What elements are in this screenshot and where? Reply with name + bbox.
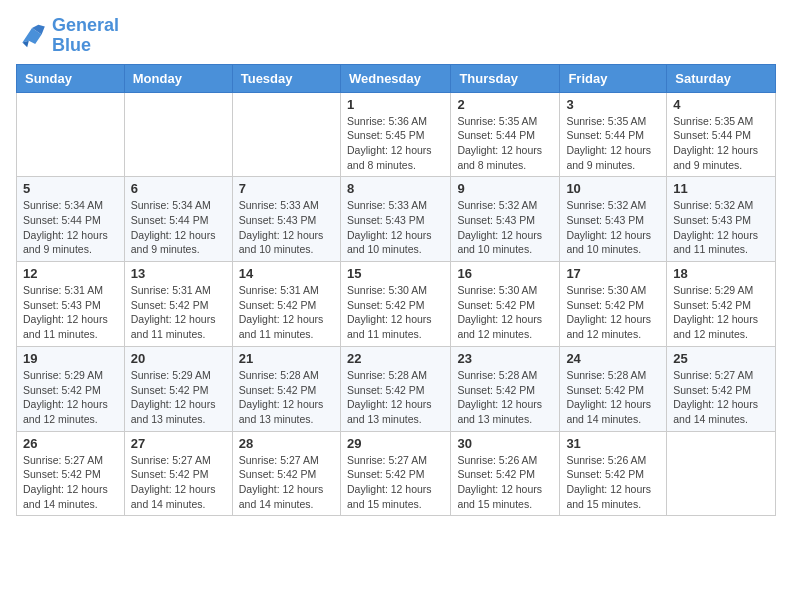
day-info: Sunrise: 5:33 AM Sunset: 5:43 PM Dayligh…	[239, 198, 334, 257]
day-info: Sunrise: 5:28 AM Sunset: 5:42 PM Dayligh…	[457, 368, 553, 427]
day-number: 12	[23, 266, 118, 281]
day-info: Sunrise: 5:35 AM Sunset: 5:44 PM Dayligh…	[673, 114, 769, 173]
calendar-cell	[124, 92, 232, 177]
day-number: 20	[131, 351, 226, 366]
calendar-header-wednesday: Wednesday	[340, 64, 450, 92]
logo-text-line2: Blue	[52, 36, 119, 56]
day-info: Sunrise: 5:27 AM Sunset: 5:42 PM Dayligh…	[239, 453, 334, 512]
calendar-cell: 26Sunrise: 5:27 AM Sunset: 5:42 PM Dayli…	[17, 431, 125, 516]
calendar-header-sunday: Sunday	[17, 64, 125, 92]
calendar-cell: 19Sunrise: 5:29 AM Sunset: 5:42 PM Dayli…	[17, 346, 125, 431]
day-info: Sunrise: 5:36 AM Sunset: 5:45 PM Dayligh…	[347, 114, 444, 173]
calendar-cell: 27Sunrise: 5:27 AM Sunset: 5:42 PM Dayli…	[124, 431, 232, 516]
logo-text-line1: General	[52, 16, 119, 36]
day-number: 10	[566, 181, 660, 196]
day-number: 13	[131, 266, 226, 281]
day-number: 25	[673, 351, 769, 366]
calendar-week-row: 19Sunrise: 5:29 AM Sunset: 5:42 PM Dayli…	[17, 346, 776, 431]
calendar-cell: 9Sunrise: 5:32 AM Sunset: 5:43 PM Daylig…	[451, 177, 560, 262]
calendar-cell: 20Sunrise: 5:29 AM Sunset: 5:42 PM Dayli…	[124, 346, 232, 431]
calendar-cell: 18Sunrise: 5:29 AM Sunset: 5:42 PM Dayli…	[667, 262, 776, 347]
calendar-week-row: 12Sunrise: 5:31 AM Sunset: 5:43 PM Dayli…	[17, 262, 776, 347]
day-info: Sunrise: 5:29 AM Sunset: 5:42 PM Dayligh…	[131, 368, 226, 427]
calendar-week-row: 5Sunrise: 5:34 AM Sunset: 5:44 PM Daylig…	[17, 177, 776, 262]
day-info: Sunrise: 5:31 AM Sunset: 5:42 PM Dayligh…	[239, 283, 334, 342]
day-info: Sunrise: 5:27 AM Sunset: 5:42 PM Dayligh…	[347, 453, 444, 512]
day-number: 27	[131, 436, 226, 451]
calendar-week-row: 26Sunrise: 5:27 AM Sunset: 5:42 PM Dayli…	[17, 431, 776, 516]
day-info: Sunrise: 5:35 AM Sunset: 5:44 PM Dayligh…	[457, 114, 553, 173]
day-number: 21	[239, 351, 334, 366]
day-info: Sunrise: 5:27 AM Sunset: 5:42 PM Dayligh…	[23, 453, 118, 512]
page-header: General Blue	[16, 16, 776, 56]
day-number: 31	[566, 436, 660, 451]
calendar-cell	[667, 431, 776, 516]
calendar-week-row: 1Sunrise: 5:36 AM Sunset: 5:45 PM Daylig…	[17, 92, 776, 177]
day-info: Sunrise: 5:26 AM Sunset: 5:42 PM Dayligh…	[566, 453, 660, 512]
calendar-cell: 21Sunrise: 5:28 AM Sunset: 5:42 PM Dayli…	[232, 346, 340, 431]
calendar-cell: 17Sunrise: 5:30 AM Sunset: 5:42 PM Dayli…	[560, 262, 667, 347]
day-number: 24	[566, 351, 660, 366]
calendar-cell: 5Sunrise: 5:34 AM Sunset: 5:44 PM Daylig…	[17, 177, 125, 262]
day-number: 14	[239, 266, 334, 281]
day-number: 8	[347, 181, 444, 196]
calendar-cell: 28Sunrise: 5:27 AM Sunset: 5:42 PM Dayli…	[232, 431, 340, 516]
day-info: Sunrise: 5:32 AM Sunset: 5:43 PM Dayligh…	[566, 198, 660, 257]
calendar-header-row: SundayMondayTuesdayWednesdayThursdayFrid…	[17, 64, 776, 92]
day-info: Sunrise: 5:29 AM Sunset: 5:42 PM Dayligh…	[673, 283, 769, 342]
day-info: Sunrise: 5:34 AM Sunset: 5:44 PM Dayligh…	[23, 198, 118, 257]
calendar-cell: 4Sunrise: 5:35 AM Sunset: 5:44 PM Daylig…	[667, 92, 776, 177]
calendar-header-thursday: Thursday	[451, 64, 560, 92]
calendar-cell: 31Sunrise: 5:26 AM Sunset: 5:42 PM Dayli…	[560, 431, 667, 516]
day-info: Sunrise: 5:27 AM Sunset: 5:42 PM Dayligh…	[673, 368, 769, 427]
day-number: 11	[673, 181, 769, 196]
day-number: 2	[457, 97, 553, 112]
day-info: Sunrise: 5:33 AM Sunset: 5:43 PM Dayligh…	[347, 198, 444, 257]
calendar-table: SundayMondayTuesdayWednesdayThursdayFrid…	[16, 64, 776, 517]
calendar-cell: 24Sunrise: 5:28 AM Sunset: 5:42 PM Dayli…	[560, 346, 667, 431]
calendar-header-monday: Monday	[124, 64, 232, 92]
day-info: Sunrise: 5:30 AM Sunset: 5:42 PM Dayligh…	[347, 283, 444, 342]
calendar-cell	[232, 92, 340, 177]
calendar-cell: 7Sunrise: 5:33 AM Sunset: 5:43 PM Daylig…	[232, 177, 340, 262]
day-info: Sunrise: 5:28 AM Sunset: 5:42 PM Dayligh…	[347, 368, 444, 427]
day-info: Sunrise: 5:26 AM Sunset: 5:42 PM Dayligh…	[457, 453, 553, 512]
day-number: 3	[566, 97, 660, 112]
calendar-header-tuesday: Tuesday	[232, 64, 340, 92]
day-number: 4	[673, 97, 769, 112]
day-number: 7	[239, 181, 334, 196]
day-info: Sunrise: 5:28 AM Sunset: 5:42 PM Dayligh…	[566, 368, 660, 427]
day-info: Sunrise: 5:27 AM Sunset: 5:42 PM Dayligh…	[131, 453, 226, 512]
day-info: Sunrise: 5:32 AM Sunset: 5:43 PM Dayligh…	[457, 198, 553, 257]
day-info: Sunrise: 5:28 AM Sunset: 5:42 PM Dayligh…	[239, 368, 334, 427]
day-info: Sunrise: 5:32 AM Sunset: 5:43 PM Dayligh…	[673, 198, 769, 257]
logo-icon	[16, 20, 48, 52]
calendar-cell: 22Sunrise: 5:28 AM Sunset: 5:42 PM Dayli…	[340, 346, 450, 431]
calendar-cell: 16Sunrise: 5:30 AM Sunset: 5:42 PM Dayli…	[451, 262, 560, 347]
day-info: Sunrise: 5:31 AM Sunset: 5:42 PM Dayligh…	[131, 283, 226, 342]
day-info: Sunrise: 5:30 AM Sunset: 5:42 PM Dayligh…	[457, 283, 553, 342]
calendar-header-saturday: Saturday	[667, 64, 776, 92]
day-info: Sunrise: 5:35 AM Sunset: 5:44 PM Dayligh…	[566, 114, 660, 173]
day-number: 18	[673, 266, 769, 281]
day-info: Sunrise: 5:29 AM Sunset: 5:42 PM Dayligh…	[23, 368, 118, 427]
day-number: 22	[347, 351, 444, 366]
day-number: 1	[347, 97, 444, 112]
calendar-cell: 2Sunrise: 5:35 AM Sunset: 5:44 PM Daylig…	[451, 92, 560, 177]
day-number: 28	[239, 436, 334, 451]
day-number: 5	[23, 181, 118, 196]
calendar-cell: 1Sunrise: 5:36 AM Sunset: 5:45 PM Daylig…	[340, 92, 450, 177]
calendar-cell: 11Sunrise: 5:32 AM Sunset: 5:43 PM Dayli…	[667, 177, 776, 262]
calendar-cell: 6Sunrise: 5:34 AM Sunset: 5:44 PM Daylig…	[124, 177, 232, 262]
day-number: 16	[457, 266, 553, 281]
calendar-cell: 13Sunrise: 5:31 AM Sunset: 5:42 PM Dayli…	[124, 262, 232, 347]
day-info: Sunrise: 5:34 AM Sunset: 5:44 PM Dayligh…	[131, 198, 226, 257]
day-number: 19	[23, 351, 118, 366]
calendar-cell: 29Sunrise: 5:27 AM Sunset: 5:42 PM Dayli…	[340, 431, 450, 516]
day-number: 30	[457, 436, 553, 451]
logo: General Blue	[16, 16, 119, 56]
day-number: 15	[347, 266, 444, 281]
calendar-cell: 15Sunrise: 5:30 AM Sunset: 5:42 PM Dayli…	[340, 262, 450, 347]
calendar-cell: 3Sunrise: 5:35 AM Sunset: 5:44 PM Daylig…	[560, 92, 667, 177]
calendar-cell: 12Sunrise: 5:31 AM Sunset: 5:43 PM Dayli…	[17, 262, 125, 347]
